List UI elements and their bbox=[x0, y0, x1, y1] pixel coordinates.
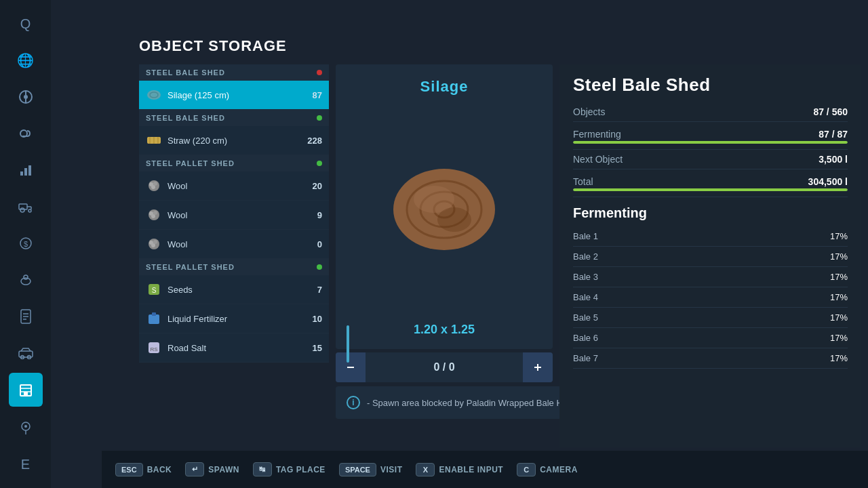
svg-rect-27 bbox=[24, 392, 28, 396]
item-count-silage: 87 bbox=[302, 90, 322, 100]
vehicle-icon bbox=[18, 347, 34, 359]
key-tag-place[interactable]: ↹ TAG PLACE bbox=[253, 462, 326, 476]
svg-rect-5 bbox=[20, 171, 23, 176]
svg-point-9 bbox=[20, 208, 24, 212]
fermenting-progress-fill bbox=[573, 141, 848, 144]
total-progress-bar bbox=[573, 188, 848, 191]
bale-list: Bale 1 17% Bale 2 17% Bale 3 17% Bale 4 … bbox=[559, 226, 861, 369]
section-dot-red bbox=[317, 70, 322, 75]
svg-point-16 bbox=[24, 275, 28, 279]
silage-icon bbox=[146, 87, 162, 103]
space-key: SPACE bbox=[339, 463, 376, 476]
list-item-seeds[interactable]: S Seeds 7 bbox=[139, 275, 329, 304]
svg-point-39 bbox=[153, 182, 157, 186]
key-back[interactable]: ESC BACK bbox=[115, 463, 172, 476]
sidebar-item-contracts[interactable] bbox=[9, 300, 43, 333]
quantity-control: 0 / 0 bbox=[336, 352, 553, 382]
stat-label-total: Total bbox=[573, 176, 593, 187]
bale-name-7: Bale 7 bbox=[573, 353, 598, 363]
item-name-wool-3: Wool bbox=[167, 239, 296, 249]
stat-row-next-object: Next Object 3,500 l bbox=[573, 150, 848, 169]
item-count-seeds: 7 bbox=[302, 285, 322, 295]
stat-label-objects: Objects bbox=[573, 106, 605, 117]
list-item-wool-2[interactable]: Wool 9 bbox=[139, 201, 329, 230]
sidebar-item-money[interactable]: $ bbox=[9, 226, 43, 260]
sidebar-item-stats[interactable] bbox=[9, 153, 43, 187]
bale-pct-3: 17% bbox=[830, 272, 848, 282]
section-label: STEEL BALE SHED bbox=[146, 68, 225, 77]
bale-row-3: Bale 3 17% bbox=[573, 267, 848, 287]
item-name-silage: Silage (125 cm) bbox=[167, 90, 296, 100]
sidebar-item-q[interactable]: Q bbox=[9, 7, 43, 41]
back-label: BACK bbox=[147, 465, 172, 474]
item-count-fertilizer: 10 bbox=[302, 314, 322, 324]
wool-icon-3 bbox=[146, 236, 162, 252]
info-icon: i bbox=[347, 396, 360, 409]
item-name-fertilizer: Liquid Fertilizer bbox=[167, 314, 296, 324]
item-count-straw: 228 bbox=[302, 136, 322, 146]
svg-rect-51 bbox=[149, 314, 159, 324]
spawn-label: SPAWN bbox=[208, 465, 239, 474]
svg-point-10 bbox=[28, 209, 31, 212]
sidebar-item-weather[interactable] bbox=[9, 117, 43, 150]
stat-row-objects: Objects 87 / 560 bbox=[573, 102, 848, 122]
list-item-wool-3[interactable]: Wool 0 bbox=[139, 230, 329, 259]
quantity-increase-button[interactable] bbox=[523, 352, 553, 382]
section-label-4: STEEL PALLET SHED bbox=[146, 263, 235, 271]
svg-point-40 bbox=[151, 185, 155, 189]
object-list-panel[interactable]: STEEL BALE SHED Silage (125 cm) 87 STEEL… bbox=[139, 64, 329, 447]
warning-text: - Spawn area blocked by Paladin Wrapped … bbox=[367, 398, 590, 408]
sidebar-item-wheel[interactable] bbox=[9, 80, 43, 114]
sidebar-item-animals[interactable] bbox=[9, 263, 43, 297]
list-item-straw[interactable]: Straw (220 cm) 228 bbox=[139, 126, 329, 155]
salt-icon: RS bbox=[146, 340, 162, 356]
shed-info-title: Steel Bale Shed bbox=[559, 64, 861, 102]
money-icon: $ bbox=[19, 237, 33, 250]
list-item-fertilizer[interactable]: Liquid Fertilizer 10 bbox=[139, 304, 329, 333]
svg-point-43 bbox=[153, 211, 157, 215]
weather-icon bbox=[18, 127, 33, 140]
preview-dimensions: 1.20 x 1.25 bbox=[414, 323, 475, 337]
sidebar-item-storage[interactable] bbox=[9, 373, 43, 407]
svg-point-29 bbox=[24, 425, 27, 428]
section-label-2: STEEL BALE SHED bbox=[146, 114, 225, 122]
bale-pct-1: 17% bbox=[830, 231, 848, 241]
bale-name-5: Bale 5 bbox=[573, 312, 598, 323]
key-enable-input[interactable]: X ENABLE INPUT bbox=[416, 463, 503, 476]
bale-pct-7: 17% bbox=[830, 353, 848, 363]
key-spawn[interactable]: ↵ SPAWN bbox=[185, 462, 239, 476]
sidebar-item-tractor[interactable] bbox=[9, 190, 43, 224]
item-count-wool-2: 9 bbox=[302, 210, 322, 220]
steering-wheel-icon bbox=[18, 89, 33, 104]
camera-label: CAMERA bbox=[540, 465, 578, 474]
bale-list-scrollbar[interactable] bbox=[347, 325, 349, 363]
svg-point-1 bbox=[24, 95, 28, 99]
section-header-steel-pallet-1: STEEL PALLET SHED bbox=[139, 155, 329, 171]
item-count-wool-1: 20 bbox=[302, 181, 322, 191]
key-camera[interactable]: C CAMERA bbox=[517, 463, 578, 476]
straw-icon bbox=[146, 132, 162, 148]
section-dot-green-1 bbox=[317, 115, 322, 121]
stat-label-next-object: Next Object bbox=[573, 154, 623, 165]
svg-rect-63 bbox=[537, 364, 538, 371]
item-count-wool-3: 0 bbox=[302, 239, 322, 249]
bale-name-4: Bale 4 bbox=[573, 292, 598, 302]
quantity-decrease-button[interactable] bbox=[336, 352, 366, 382]
svg-rect-6 bbox=[24, 168, 27, 176]
svg-rect-52 bbox=[152, 312, 156, 316]
svg-text:RS: RS bbox=[150, 346, 157, 352]
svg-text:$: $ bbox=[23, 240, 27, 248]
list-item-silage[interactable]: Silage (125 cm) 87 bbox=[139, 81, 329, 110]
sidebar-item-vehicle[interactable] bbox=[9, 336, 43, 370]
sidebar-item-e[interactable]: E bbox=[9, 447, 43, 481]
svg-text:S: S bbox=[152, 287, 157, 294]
list-item-salt[interactable]: RS Road Salt 15 bbox=[139, 333, 329, 363]
sidebar-item-map[interactable] bbox=[9, 411, 43, 445]
sidebar-item-globe[interactable]: 🌐 bbox=[9, 43, 43, 77]
list-item-wool-1[interactable]: Wool 20 bbox=[139, 171, 329, 201]
stat-value-objects: 87 / 560 bbox=[813, 106, 848, 117]
c-key: C bbox=[517, 463, 536, 476]
plus-icon bbox=[532, 362, 543, 373]
fermenting-progress-bar bbox=[573, 141, 848, 144]
key-visit[interactable]: SPACE VISIT bbox=[339, 463, 403, 476]
